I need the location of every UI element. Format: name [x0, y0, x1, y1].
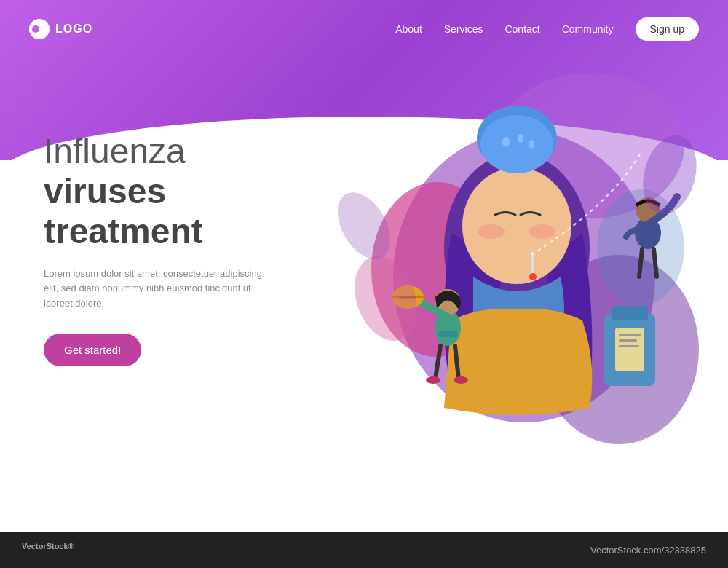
nav-services[interactable]: Services	[444, 23, 483, 35]
svg-point-6	[462, 167, 571, 284]
headline-line2: viruses	[44, 171, 291, 211]
nav-about[interactable]: About	[395, 23, 422, 35]
header: LOGO About Services Contact Community Si…	[0, 0, 728, 58]
svg-rect-21	[619, 345, 639, 347]
svg-point-10	[518, 134, 523, 143]
nav: About Services Contact Community Sign up	[395, 17, 699, 41]
svg-point-27	[426, 376, 440, 384]
signup-button[interactable]: Sign up	[636, 17, 699, 41]
nav-contact[interactable]: Contact	[505, 23, 539, 35]
svg-point-11	[529, 140, 534, 149]
svg-point-28	[454, 376, 468, 384]
svg-point-13	[529, 273, 537, 280]
svg-rect-17	[612, 306, 648, 320]
svg-point-9	[502, 137, 510, 147]
nav-community[interactable]: Community	[562, 23, 614, 35]
footer-brand-name: VectorStock	[22, 542, 68, 551]
footer-trademark: ®	[68, 542, 74, 551]
logo-icon	[29, 19, 50, 39]
svg-point-8	[480, 115, 553, 173]
svg-rect-20	[619, 339, 637, 342]
headline-line3: treatment	[44, 211, 291, 251]
logo-text: LOGO	[55, 23, 92, 36]
illustration-svg	[306, 44, 713, 495]
svg-rect-29	[438, 331, 457, 337]
body-text: Lorem ipsum dolor sit amet, consectetuer…	[44, 267, 262, 312]
footer-brand: VectorStock®	[22, 542, 74, 558]
illustration-area	[306, 44, 713, 495]
cta-button[interactable]: Get started!	[44, 334, 141, 366]
svg-rect-19	[619, 334, 641, 336]
svg-point-14	[478, 224, 505, 239]
logo-area: LOGO	[29, 19, 92, 39]
main-content: Influenza viruses treatment Lorem ipsum …	[44, 131, 291, 366]
svg-point-15	[529, 224, 555, 239]
footer-bar: VectorStock® VectorStock.com/32338825	[0, 532, 728, 568]
headline-line1: Influenza	[44, 132, 186, 170]
footer-url: VectorStock.com/32338825	[590, 545, 706, 556]
headline: Influenza viruses treatment	[44, 131, 291, 252]
